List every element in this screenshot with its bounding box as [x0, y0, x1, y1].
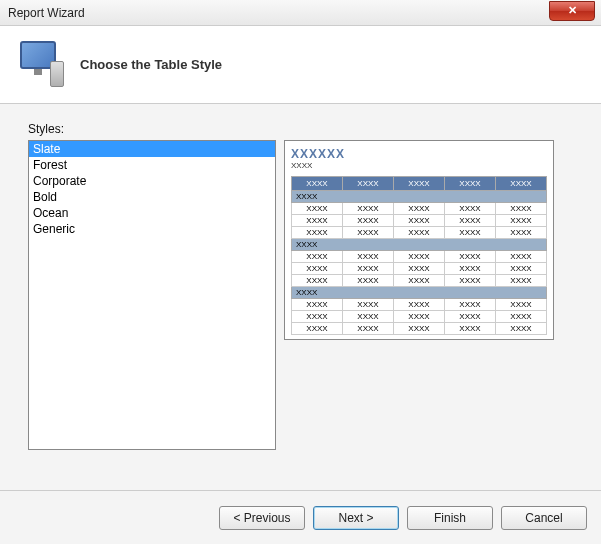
list-item[interactable]: Ocean	[29, 205, 275, 221]
window-title: Report Wizard	[8, 6, 85, 20]
style-preview: XXXXXX XXXX XXXXXXXXXXXXXXXXXXXXXXXXXXXX…	[284, 140, 554, 340]
page-title: Choose the Table Style	[80, 57, 222, 72]
finish-button[interactable]: Finish	[407, 506, 493, 530]
styles-listbox[interactable]: SlateForestCorporateBoldOceanGeneric	[28, 140, 276, 450]
computer-icon	[16, 41, 64, 89]
wizard-footer: < Previous Next > Finish Cancel	[0, 490, 601, 544]
list-item[interactable]: Bold	[29, 189, 275, 205]
preview-title: XXXXXX	[291, 147, 547, 161]
list-item[interactable]: Corporate	[29, 173, 275, 189]
next-button[interactable]: Next >	[313, 506, 399, 530]
styles-label: Styles:	[28, 122, 573, 136]
preview-subtitle: XXXX	[291, 161, 547, 170]
close-button[interactable]: ✕	[549, 1, 595, 21]
list-item[interactable]: Forest	[29, 157, 275, 173]
close-icon: ✕	[568, 4, 577, 17]
list-item[interactable]: Slate	[29, 141, 275, 157]
list-item[interactable]: Generic	[29, 221, 275, 237]
cancel-button[interactable]: Cancel	[501, 506, 587, 530]
wizard-header: Choose the Table Style	[0, 26, 601, 104]
preview-table: XXXXXXXXXXXXXXXXXXXXXXXXXXXXXXXXXXXXXXXX…	[291, 176, 547, 335]
content-area: Styles: SlateForestCorporateBoldOceanGen…	[0, 104, 601, 490]
titlebar: Report Wizard ✕	[0, 0, 601, 26]
previous-button[interactable]: < Previous	[219, 506, 305, 530]
